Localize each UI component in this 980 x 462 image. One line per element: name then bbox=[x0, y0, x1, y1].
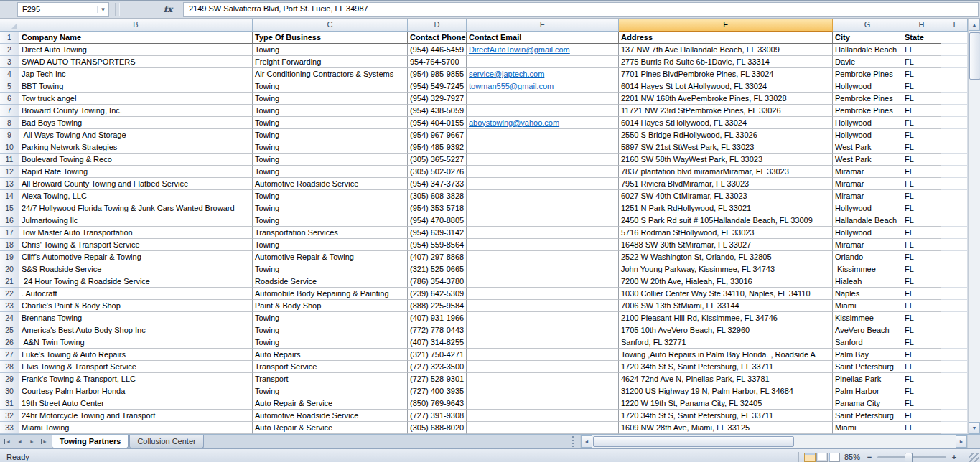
row-header-11[interactable]: 11 bbox=[0, 154, 19, 166]
cell-D19[interactable]: (407) 297-8868 bbox=[408, 251, 467, 263]
cell-B11[interactable]: Boulevard Towing & Reco bbox=[19, 154, 253, 166]
cell-H22[interactable]: FL bbox=[902, 288, 941, 300]
last-sheet-button[interactable]: ► bbox=[39, 436, 50, 447]
cell-D8[interactable]: (954) 404-0155 bbox=[408, 117, 467, 129]
cell-E14[interactable] bbox=[467, 190, 619, 202]
cell-E28[interactable] bbox=[467, 361, 619, 373]
row-header-13[interactable]: 13 bbox=[0, 178, 19, 190]
cell-B19[interactable]: Cliff's Automotive Repair & Towing bbox=[19, 251, 253, 263]
cell-F3[interactable]: 2775 Burris Rd Suite 6b-1Davie, FL 33314 bbox=[619, 56, 833, 68]
cell-C25[interactable]: Towing bbox=[253, 324, 408, 336]
row-header-31[interactable]: 31 bbox=[0, 397, 19, 410]
cell-F17[interactable]: 5716 Rodman StHollywood, FL 33023 bbox=[619, 227, 833, 239]
cell-D27[interactable]: (321) 750-4271 bbox=[408, 349, 467, 361]
row-header-27[interactable]: 27 bbox=[0, 349, 19, 361]
cell-G24[interactable]: Kissimmee bbox=[833, 312, 902, 324]
cell-D13[interactable]: (954) 347-3733 bbox=[408, 178, 467, 190]
sheet-tab-collusion-center[interactable]: Collusion Center bbox=[129, 435, 203, 448]
cell-C9[interactable]: Towing bbox=[253, 129, 408, 141]
cell-E3[interactable] bbox=[467, 56, 619, 68]
cell-C17[interactable]: Transportation Services bbox=[253, 227, 408, 239]
cell-I8[interactable] bbox=[941, 117, 968, 129]
cell-C1[interactable]: Type Of Business bbox=[253, 32, 408, 44]
cell-H21[interactable]: FL bbox=[902, 275, 941, 288]
cell-C2[interactable]: Towing bbox=[253, 44, 408, 56]
cell-G6[interactable]: Pembroke Pines bbox=[833, 93, 902, 105]
cell-E19[interactable] bbox=[467, 251, 619, 263]
cell-E18[interactable] bbox=[467, 239, 619, 251]
cell-D23[interactable]: (888) 225-9584 bbox=[408, 300, 467, 312]
cell-C13[interactable]: Automotive Roadside Service bbox=[253, 178, 408, 190]
cell-E7[interactable] bbox=[467, 105, 619, 117]
cell-B2[interactable]: Direct Auto Towing bbox=[19, 44, 253, 56]
cell-F7[interactable]: 11721 NW 23rd StPembroke Pines, FL 33026 bbox=[619, 105, 833, 117]
cell-H6[interactable]: FL bbox=[902, 93, 941, 105]
cell-I29[interactable] bbox=[941, 373, 968, 385]
cell-F23[interactable]: 7006 SW 13th StMiami, FL 33144 bbox=[619, 300, 833, 312]
cell-F18[interactable]: 16488 SW 30th StMiramar, FL 33027 bbox=[619, 239, 833, 251]
cell-G15[interactable]: Hollywood bbox=[833, 202, 902, 214]
cell-H17[interactable]: FL bbox=[902, 227, 941, 239]
cell-G10[interactable]: West Park bbox=[833, 141, 902, 154]
cell-H23[interactable]: FL bbox=[902, 300, 941, 312]
cell-C32[interactable]: Automotive Roadside Service bbox=[253, 410, 408, 422]
vertical-scrollbar[interactable]: ▲ ▼ bbox=[968, 19, 980, 434]
cell-C7[interactable]: Towing bbox=[253, 105, 408, 117]
cell-G5[interactable]: Hollywood bbox=[833, 80, 902, 93]
row-header-4[interactable]: 4 bbox=[0, 68, 19, 80]
cell-I12[interactable] bbox=[941, 166, 968, 178]
cell-H8[interactable]: FL bbox=[902, 117, 941, 129]
cell-F9[interactable]: 2550 S Bridge RdHollywood, FL 33026 bbox=[619, 129, 833, 141]
cell-G32[interactable]: Saint Petersburg bbox=[833, 410, 902, 422]
cell-D30[interactable]: (727) 400-3935 bbox=[408, 385, 467, 397]
cell-G14[interactable]: Miramar bbox=[833, 190, 902, 202]
cell-G29[interactable]: Pinellas Park bbox=[833, 373, 902, 385]
cell-B27[interactable]: Luke's Towing & Auto Repairs bbox=[19, 349, 253, 361]
tab-splitter-handle[interactable] bbox=[572, 436, 579, 447]
cell-B3[interactable]: SWAD AUTO TRANSPORTERS bbox=[19, 56, 253, 68]
cell-I24[interactable] bbox=[941, 312, 968, 324]
cell-E6[interactable] bbox=[467, 93, 619, 105]
cell-C3[interactable]: Freight Forwarding bbox=[253, 56, 408, 68]
cell-B8[interactable]: Bad Boys Towing bbox=[19, 117, 253, 129]
row-header-9[interactable]: 9 bbox=[0, 129, 19, 141]
cell-D32[interactable]: (727) 391-9308 bbox=[408, 410, 467, 422]
cell-H4[interactable]: FL bbox=[902, 68, 941, 80]
row-header-20[interactable]: 20 bbox=[0, 263, 19, 275]
row-header-15[interactable]: 15 bbox=[0, 202, 19, 214]
cell-D2[interactable]: (954) 446-5459 bbox=[408, 44, 467, 56]
column-header-I[interactable]: I bbox=[941, 19, 968, 32]
cell-H15[interactable]: FL bbox=[902, 202, 941, 214]
cell-H31[interactable]: FL bbox=[902, 397, 941, 410]
page-break-view-button[interactable] bbox=[829, 453, 840, 462]
row-header-30[interactable]: 30 bbox=[0, 385, 19, 397]
cell-G2[interactable]: Hallandale Beach bbox=[833, 44, 902, 56]
horizontal-scroll-track[interactable] bbox=[592, 435, 956, 448]
cell-H24[interactable]: FL bbox=[902, 312, 941, 324]
cell-I25[interactable] bbox=[941, 324, 968, 336]
sheet-tab-towing-partners[interactable]: Towing Partners bbox=[52, 435, 129, 448]
cell-B18[interactable]: Chris' Towing & Transport Service bbox=[19, 239, 253, 251]
row-header-1[interactable]: 1 bbox=[0, 32, 19, 44]
zoom-in-button[interactable]: + bbox=[949, 453, 959, 461]
cell-F21[interactable]: 7200 W 20th Ave, Hialeah, FL, 33016 bbox=[619, 275, 833, 288]
cell-G25[interactable]: AveVero Beach bbox=[833, 324, 902, 336]
cell-C31[interactable]: Auto Repair & Service bbox=[253, 397, 408, 410]
cell-I23[interactable] bbox=[941, 300, 968, 312]
cell-B16[interactable]: Julmartowing llc bbox=[19, 214, 253, 227]
scroll-right-button[interactable]: ► bbox=[956, 435, 967, 448]
cell-D4[interactable]: (954) 985-9855 bbox=[408, 68, 467, 80]
cell-H33[interactable]: FL bbox=[902, 422, 941, 434]
cell-F13[interactable]: 7951 Riviera BlvdMiramar, FL 33023 bbox=[619, 178, 833, 190]
cell-F31[interactable]: 1220 W 19th St, Panama City, FL 32405 bbox=[619, 397, 833, 410]
cell-H3[interactable]: FL bbox=[902, 56, 941, 68]
cell-E23[interactable] bbox=[467, 300, 619, 312]
cell-H7[interactable]: FL bbox=[902, 105, 941, 117]
cell-E32[interactable] bbox=[467, 410, 619, 422]
cell-H19[interactable]: FL bbox=[902, 251, 941, 263]
zoom-slider-thumb[interactable] bbox=[905, 453, 913, 462]
cell-G7[interactable]: Pembroke Pines bbox=[833, 105, 902, 117]
cell-C15[interactable]: Towing bbox=[253, 202, 408, 214]
row-header-32[interactable]: 32 bbox=[0, 410, 19, 422]
cell-G8[interactable]: Hollywood bbox=[833, 117, 902, 129]
